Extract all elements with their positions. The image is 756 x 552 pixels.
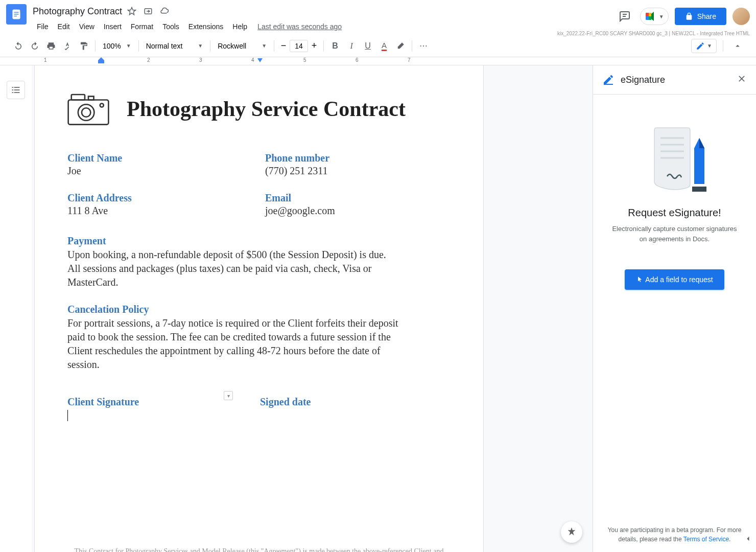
email-value: joe@google.com bbox=[265, 205, 453, 217]
docs-logo[interactable] bbox=[6, 4, 27, 25]
esignature-icon bbox=[602, 74, 615, 86]
pencil-icon bbox=[696, 41, 705, 51]
panel-footer: You are participating in a beta program.… bbox=[593, 517, 756, 552]
panel-title: eSignature bbox=[621, 75, 730, 85]
terms-link[interactable]: Terms of Service bbox=[683, 536, 729, 543]
chevron-down-icon: ▼ bbox=[262, 43, 267, 49]
bold-button[interactable]: B bbox=[327, 38, 343, 54]
chevron-down-icon: ▼ bbox=[707, 43, 712, 49]
menu-bar: File Edit View Insert Format Tools Exten… bbox=[33, 20, 616, 33]
horizontal-ruler[interactable]: 1 2 3 4 5 6 7 bbox=[35, 57, 483, 65]
svg-point-17 bbox=[82, 108, 91, 117]
payment-label: Payment bbox=[67, 235, 453, 247]
paragraph-style-select[interactable]: Normal text▼ bbox=[142, 40, 207, 52]
editing-mode-button[interactable]: ▼ bbox=[691, 39, 717, 53]
svg-rect-2 bbox=[14, 14, 18, 14]
user-avatar[interactable] bbox=[733, 8, 750, 25]
debug-info: kix_2022.22-Fri_RC00 SCARY SHARD000 gc_3… bbox=[557, 31, 750, 36]
menu-edit[interactable]: Edit bbox=[54, 20, 74, 33]
indent-marker-icon[interactable] bbox=[257, 58, 263, 63]
cancelation-label: Cancelation Policy bbox=[67, 304, 453, 315]
promo-illustration bbox=[639, 125, 711, 197]
phone-label: Phone number bbox=[265, 152, 453, 164]
outline-toggle-button[interactable] bbox=[7, 81, 25, 99]
footer-text: This Contract for Photography Services a… bbox=[65, 546, 453, 552]
last-edit-link[interactable]: Last edit was seconds ago bbox=[257, 22, 342, 31]
chevron-down-icon: ▼ bbox=[659, 14, 664, 19]
client-name-value: Joe bbox=[67, 165, 255, 177]
address-label: Client Address bbox=[67, 192, 255, 204]
font-size-input[interactable] bbox=[290, 40, 308, 52]
decrease-font-button[interactable]: − bbox=[277, 40, 290, 52]
increase-font-button[interactable]: + bbox=[308, 40, 320, 52]
zoom-select[interactable]: 100%▼ bbox=[99, 40, 135, 52]
document-page[interactable]: Photography Service Contract Client Name… bbox=[35, 65, 483, 552]
menu-insert[interactable]: Insert bbox=[100, 20, 126, 33]
more-options-button[interactable]: ⋯ bbox=[416, 38, 431, 54]
redo-button[interactable] bbox=[27, 38, 42, 54]
svg-rect-3 bbox=[14, 16, 17, 16]
svg-rect-10 bbox=[14, 89, 20, 90]
print-button[interactable] bbox=[43, 38, 59, 54]
smart-chip-dropdown[interactable]: ▾ bbox=[224, 391, 233, 400]
close-icon[interactable] bbox=[737, 74, 747, 86]
underline-button[interactable]: U bbox=[360, 38, 375, 54]
italic-button[interactable]: I bbox=[344, 38, 359, 54]
move-icon[interactable] bbox=[144, 7, 153, 16]
toolbar: 100%▼ Normal text▼ Rockwell▼ − + B I U A… bbox=[0, 35, 756, 57]
font-select[interactable]: Rockwell▼ bbox=[214, 40, 271, 52]
payment-body: Upon booking, a non-refundable deposit o… bbox=[67, 248, 399, 289]
cancelation-body: For portrait sessions, a 7-day notice is… bbox=[67, 316, 399, 372]
paint-format-button[interactable] bbox=[76, 38, 91, 54]
star-icon[interactable] bbox=[127, 7, 136, 16]
promo-title: Request eSignature! bbox=[628, 207, 721, 219]
camera-icon bbox=[65, 91, 111, 127]
document-title[interactable]: Photography Contract bbox=[33, 6, 122, 17]
phone-value: (770) 251 2311 bbox=[265, 165, 453, 177]
svg-rect-9 bbox=[12, 89, 14, 90]
spellcheck-button[interactable] bbox=[60, 38, 75, 54]
menu-format[interactable]: Format bbox=[127, 20, 157, 33]
svg-rect-1 bbox=[14, 12, 18, 12]
svg-point-18 bbox=[100, 104, 104, 107]
text-color-button[interactable]: A bbox=[376, 38, 392, 54]
share-label: Share bbox=[697, 12, 716, 20]
highlight-button[interactable] bbox=[393, 38, 408, 54]
share-button[interactable]: Share bbox=[675, 8, 726, 25]
promo-description: Electronically capture customer signatur… bbox=[608, 224, 741, 244]
undo-button[interactable] bbox=[11, 38, 26, 54]
explore-button[interactable] bbox=[561, 521, 582, 543]
svg-rect-23 bbox=[692, 187, 706, 192]
svg-rect-14 bbox=[72, 95, 85, 100]
svg-rect-15 bbox=[88, 97, 94, 100]
collapse-side-icon[interactable] bbox=[743, 534, 753, 546]
text-cursor bbox=[67, 410, 68, 421]
lock-icon bbox=[685, 12, 693, 20]
esignature-panel: eSignature Request eSignature! Electroni bbox=[593, 65, 756, 552]
email-label: Email bbox=[265, 192, 453, 204]
address-value: 111 8 Ave bbox=[67, 205, 255, 217]
client-name-label: Client Name bbox=[67, 152, 255, 164]
indent-marker-icon[interactable] bbox=[98, 57, 104, 64]
document-scroll-area[interactable]: Photography Service Contract Client Name… bbox=[32, 65, 593, 552]
document-main-title: Photography Service Contract bbox=[127, 97, 406, 121]
collapse-toolbar-button[interactable] bbox=[730, 38, 745, 54]
svg-point-16 bbox=[78, 104, 94, 121]
chevron-down-icon: ▼ bbox=[198, 43, 203, 49]
svg-rect-8 bbox=[14, 87, 20, 88]
svg-rect-7 bbox=[12, 87, 14, 88]
add-field-button[interactable]: Add a field to request bbox=[625, 269, 724, 290]
menu-view[interactable]: View bbox=[75, 20, 99, 33]
meet-button[interactable]: ▼ bbox=[640, 8, 669, 25]
menu-file[interactable]: File bbox=[33, 20, 53, 33]
cloud-icon[interactable] bbox=[160, 7, 169, 16]
svg-rect-12 bbox=[14, 92, 20, 93]
menu-extensions[interactable]: Extensions bbox=[184, 20, 227, 33]
menu-tools[interactable]: Tools bbox=[158, 20, 183, 33]
menu-help[interactable]: Help bbox=[228, 20, 251, 33]
cursor-icon bbox=[636, 275, 643, 284]
signed-date-label: Signed date bbox=[260, 396, 453, 408]
comments-icon[interactable] bbox=[616, 7, 634, 26]
chevron-down-icon: ▼ bbox=[126, 43, 131, 49]
svg-rect-11 bbox=[12, 92, 14, 93]
